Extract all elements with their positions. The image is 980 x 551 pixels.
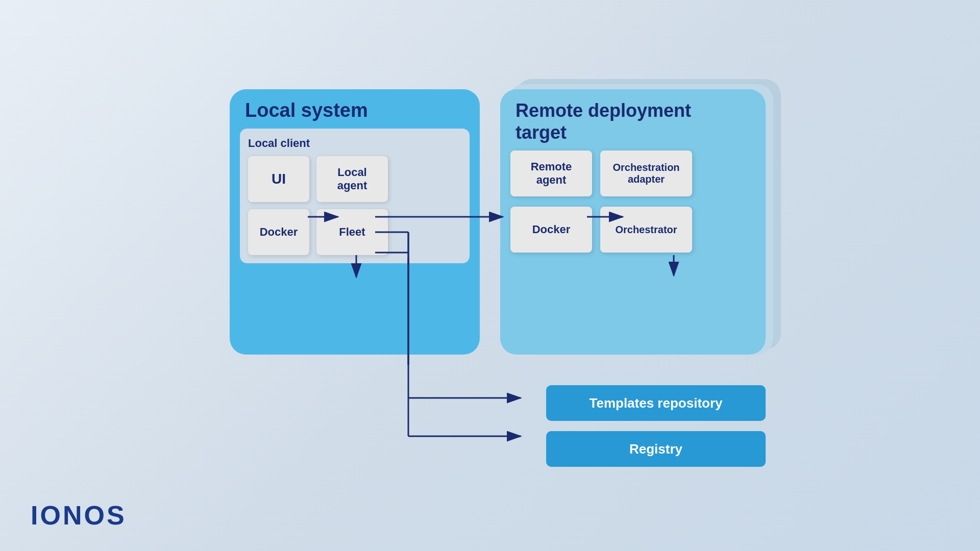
remote-agent-label: Remoteagent xyxy=(531,160,572,187)
ionos-logo-text: IONOS xyxy=(31,500,127,530)
remote-system-title: Remote deploymenttarget xyxy=(516,99,755,143)
local-agent-label: Localagent xyxy=(337,166,368,192)
docker-local-box: Docker xyxy=(248,209,309,255)
templates-repository-box: Templates repository xyxy=(546,385,766,421)
local-system-title: Local system xyxy=(245,99,470,121)
orchestrator-box: Orchestrator xyxy=(600,207,692,253)
diagram-inner: Local system Local client UI Localagent … xyxy=(214,59,776,477)
diagram-container: Local system Local client UI Localagent … xyxy=(112,26,878,510)
local-bottom-row: Docker Fleet xyxy=(248,209,461,263)
orchestration-adapter-box: Orchestrationadapter xyxy=(600,151,692,196)
orchestration-adapter-label: Orchestrationadapter xyxy=(612,162,679,185)
local-client-label: Local client xyxy=(248,137,461,150)
ui-box: UI xyxy=(248,156,309,202)
ionos-logo: IONOS xyxy=(31,500,127,531)
local-agent-box: Localagent xyxy=(316,156,388,202)
registry-box: Registry xyxy=(546,431,766,467)
local-client-box: Local client UI Localagent Docker Fleet xyxy=(240,129,470,263)
docker-remote-box: Docker xyxy=(510,207,592,253)
local-system-box: Local system Local client UI Localagent … xyxy=(230,89,480,355)
remote-system-box: Remote deploymenttarget Remoteagent Orch… xyxy=(500,89,766,355)
fleet-box: Fleet xyxy=(316,209,388,255)
remote-top-row: Remoteagent Orchestrationadapter xyxy=(510,151,755,196)
local-client-row: UI Localagent xyxy=(248,156,461,202)
remote-agent-box: Remoteagent xyxy=(510,151,592,196)
remote-bottom-row: Docker Orchestrator xyxy=(510,207,755,253)
